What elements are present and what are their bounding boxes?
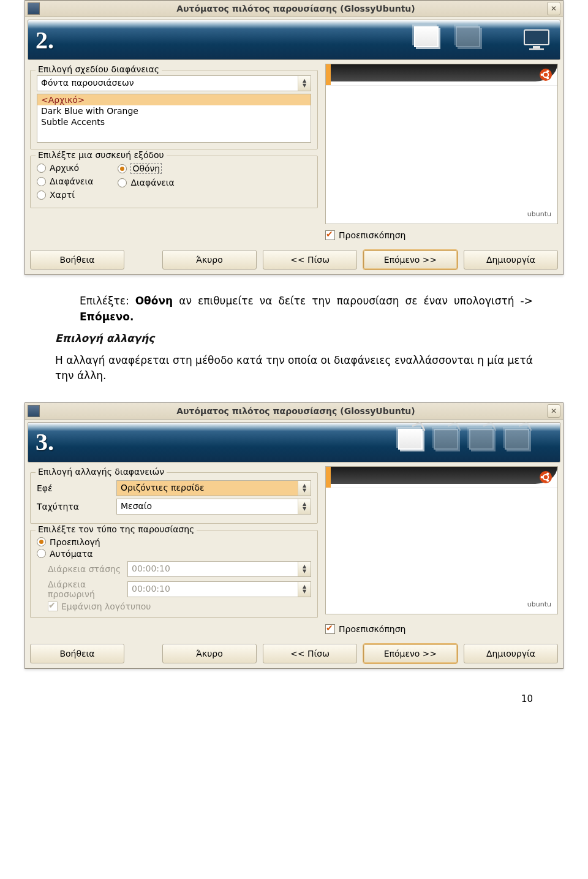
speed-combo[interactable]: Μεσαίο ▲▼ xyxy=(116,499,311,515)
close-icon[interactable]: ✕ xyxy=(547,2,560,15)
next-button[interactable]: Επόμενο >> xyxy=(363,644,458,663)
svg-point-6 xyxy=(546,70,549,73)
slide-arrow-icon xyxy=(469,429,494,450)
next-button[interactable]: Επόμενο >> xyxy=(363,250,458,270)
group-output-device: Επιλέξτε μια συσκευή εξόδου Αρχικό Διαφά… xyxy=(30,156,318,208)
button-bar: Βοήθεια Άκυρο << Πίσω Επόμενο >> Δημιουρ… xyxy=(25,639,563,668)
list-item[interactable]: Subtle Accents xyxy=(37,116,311,127)
group-slide-design: Επιλογή σχεδίου διαφάνειας Φόντα παρουσι… xyxy=(30,70,318,149)
help-button[interactable]: Βοήθεια xyxy=(30,644,124,663)
close-icon[interactable]: ✕ xyxy=(547,404,560,418)
back-button[interactable]: << Πίσω xyxy=(263,250,357,270)
svg-point-7 xyxy=(546,77,549,80)
doc-paragraphs: Επιλέξτε: Οθόνη αν επιθυμείτε να δείτε τ… xyxy=(55,293,533,384)
svg-rect-1 xyxy=(533,46,540,48)
group-legend: Επιλογή σχεδίου διαφάνειας xyxy=(36,64,162,74)
updown-icon[interactable]: ▲▼ xyxy=(298,499,311,514)
updown-icon[interactable]: ▲▼ xyxy=(298,481,311,496)
button-bar: Βοήθεια Άκυρο << Πίσω Επόμενο >> Δημιουρ… xyxy=(25,245,563,274)
help-button[interactable]: Βοήθεια xyxy=(30,250,124,270)
radio-original[interactable]: Αρχικό xyxy=(37,163,93,173)
updown-icon: ▲▼ xyxy=(298,582,311,597)
wizard-banner: 2. xyxy=(28,20,560,60)
monitor-icon xyxy=(523,29,551,51)
window-title: Αυτόματος πιλότος παρουσίασης (GlossyUbu… xyxy=(45,406,547,416)
step-number: 2. xyxy=(36,26,54,55)
slide-arrow-icon xyxy=(398,429,423,450)
create-button[interactable]: Δημιουργία xyxy=(464,250,558,270)
ubuntu-logo-icon xyxy=(539,470,552,484)
duration-pause-spin: 00:00:10 ▲▼ xyxy=(127,561,311,577)
group-presentation-type: Επιλέξτε τον τύπο της παρουσίασης Προεπι… xyxy=(30,530,318,618)
preview-footer: ubuntu xyxy=(326,210,557,224)
svg-point-12 xyxy=(546,479,549,481)
radio-transparency[interactable]: Διαφάνεια xyxy=(37,176,93,186)
radio-transparency-2[interactable]: Διαφάνεια xyxy=(118,178,174,187)
show-logo-checkbox: Εμφάνιση λογότυπου xyxy=(48,602,311,611)
wizard-banner: 3. xyxy=(28,422,560,462)
updown-icon: ▲▼ xyxy=(298,562,311,576)
list-item[interactable]: Dark Blue with Orange xyxy=(37,105,311,116)
cancel-button[interactable]: Άκυρο xyxy=(162,250,257,270)
radio-auto[interactable]: Αυτόματα xyxy=(37,549,311,559)
app-icon xyxy=(28,2,40,15)
effect-combo[interactable]: Οριζόντιες περσίδε ▲▼ xyxy=(116,480,311,496)
slide-icon xyxy=(414,26,439,47)
dialog-step3: Αυτόματος πιλότος παρουσίασης (GlossyUbu… xyxy=(24,402,564,669)
updown-icon[interactable]: ▲▼ xyxy=(298,76,311,91)
app-icon xyxy=(28,405,40,417)
back-button[interactable]: << Πίσω xyxy=(263,644,357,663)
radio-screen[interactable]: Οθόνη xyxy=(118,163,174,174)
preview-pane: ubuntu xyxy=(325,466,558,614)
group-legend: Επιλέξτε τον τύπο της παρουσίασης xyxy=(36,524,197,534)
window-title: Αυτόματος πιλότος παρουσίασης (GlossyUbu… xyxy=(45,4,547,13)
ubuntu-logo-icon xyxy=(539,68,552,81)
page-number: 10 xyxy=(0,693,533,704)
svg-point-5 xyxy=(541,74,543,76)
group-legend: Επιλέξτε μια συσκευή εξόδου xyxy=(36,150,167,160)
preview-footer: ubuntu xyxy=(326,600,557,614)
design-combo[interactable]: Φόντα παρουσιάσεων ▲▼ xyxy=(37,75,311,91)
preview-pane: ubuntu xyxy=(325,64,558,224)
preview-checkbox[interactable]: Προεπισκόπηση xyxy=(325,230,558,240)
svg-point-11 xyxy=(546,472,549,475)
dialog-step2: Αυτόματος πιλότος παρουσίασης (GlossyUbu… xyxy=(24,0,564,275)
slide-arrow-icon xyxy=(434,429,458,450)
step-number: 3. xyxy=(36,428,54,456)
group-legend: Επιλογή αλλαγής διαφανειών xyxy=(36,467,167,477)
design-listbox[interactable]: <Αρχικό> Dark Blue with Orange Subtle Ac… xyxy=(37,94,311,143)
svg-point-10 xyxy=(541,476,543,478)
group-transition: Επιλογή αλλαγής διαφανειών Εφέ Οριζόντιε… xyxy=(30,472,318,524)
radio-default[interactable]: Προεπιλογή xyxy=(37,537,311,547)
svg-rect-0 xyxy=(524,30,549,45)
create-button[interactable]: Δημιουργία xyxy=(464,644,558,663)
cancel-button[interactable]: Άκυρο xyxy=(162,644,257,663)
titlebar[interactable]: Αυτόματος πιλότος παρουσίασης (GlossyUbu… xyxy=(25,1,563,17)
list-item[interactable]: <Αρχικό> xyxy=(37,94,311,105)
preview-checkbox[interactable]: Προεπισκόπηση xyxy=(325,624,558,634)
duration-temp-spin: 00:00:10 ▲▼ xyxy=(127,581,311,597)
titlebar[interactable]: Αυτόματος πιλότος παρουσίασης (GlossyUbu… xyxy=(25,403,563,420)
svg-rect-2 xyxy=(529,48,544,50)
doc-subheading: Επιλογή αλλαγής xyxy=(55,332,154,344)
radio-paper[interactable]: Χαρτί xyxy=(37,190,93,200)
slide-icon xyxy=(456,26,480,47)
slide-arrow-icon xyxy=(505,429,529,450)
